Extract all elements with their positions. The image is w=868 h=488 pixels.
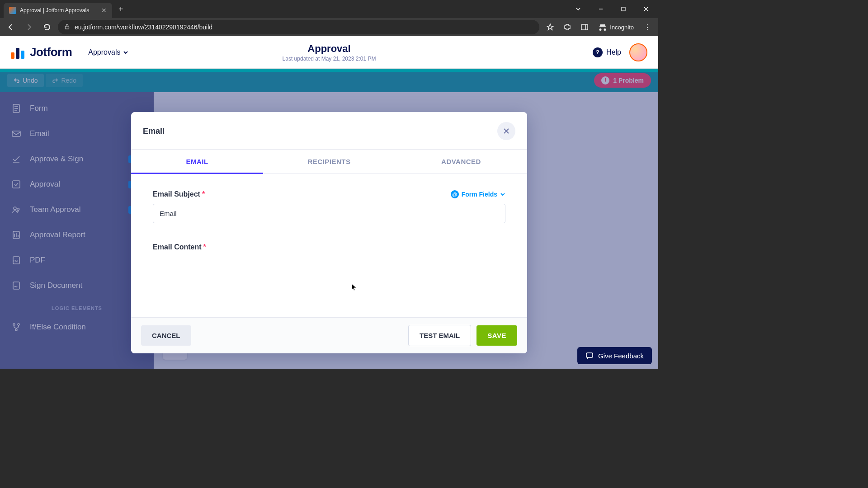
cancel-button[interactable]: CANCEL bbox=[141, 325, 191, 346]
brand-name: Jotform bbox=[30, 45, 72, 59]
help-icon: ? bbox=[593, 47, 603, 57]
tab-title: Approval | Jotform Approvals bbox=[20, 7, 98, 14]
feedback-icon bbox=[585, 352, 594, 360]
required-indicator: * bbox=[203, 243, 206, 251]
browser-tab-active[interactable]: Approval | Jotform Approvals ✕ bbox=[4, 3, 112, 18]
give-feedback-button[interactable]: Give Feedback bbox=[577, 347, 652, 364]
back-button[interactable] bbox=[4, 20, 18, 34]
url-text: eu.jotform.com/workflow/231402290192446/… bbox=[75, 23, 212, 31]
chevron-down-icon bbox=[500, 192, 505, 197]
svg-rect-27 bbox=[586, 353, 593, 357]
bookmark-icon[interactable] bbox=[543, 20, 557, 34]
brand-logo[interactable]: Jotform bbox=[11, 45, 72, 59]
close-tab-icon[interactable]: ✕ bbox=[101, 7, 107, 14]
last-updated-text: Last updated at May 21, 2023 2:01 PM bbox=[283, 56, 376, 62]
logo-icon bbox=[11, 46, 25, 59]
tab-search-icon[interactable] bbox=[568, 2, 589, 16]
page-title: Approval bbox=[283, 43, 376, 55]
product-label: Approvals bbox=[88, 48, 120, 56]
svg-rect-4 bbox=[66, 26, 69, 29]
subject-field-label: Email Subject bbox=[153, 190, 200, 198]
form-fields-label: Form Fields bbox=[462, 191, 497, 198]
incognito-label: Incognito bbox=[610, 24, 634, 31]
feedback-label: Give Feedback bbox=[598, 352, 644, 360]
link-icon: @ bbox=[451, 190, 459, 198]
product-dropdown[interactable]: Approvals bbox=[88, 48, 128, 56]
form-fields-dropdown[interactable]: @ Form Fields bbox=[451, 190, 505, 198]
tab-advanced[interactable]: ADVANCED bbox=[395, 150, 527, 174]
test-email-button[interactable]: TEST EMAIL bbox=[408, 325, 471, 346]
email-settings-modal: Email EMAIL RECIPIENTS ADVANCED Email Su… bbox=[131, 112, 527, 353]
close-window-icon[interactable] bbox=[636, 2, 656, 16]
save-button[interactable]: SAVE bbox=[476, 325, 517, 346]
maximize-icon[interactable] bbox=[613, 2, 634, 16]
app-header: Jotform Approvals Approval Last updated … bbox=[0, 36, 658, 69]
incognito-indicator[interactable]: Incognito bbox=[594, 21, 637, 33]
address-bar[interactable]: eu.jotform.com/workflow/231402290192446/… bbox=[58, 20, 539, 34]
help-label: Help bbox=[606, 48, 621, 56]
tab-recipients[interactable]: RECIPIENTS bbox=[263, 150, 395, 174]
required-indicator: * bbox=[202, 190, 205, 198]
lock-icon bbox=[64, 23, 70, 31]
modal-tabs: EMAIL RECIPIENTS ADVANCED bbox=[131, 149, 527, 174]
browser-toolbar: eu.jotform.com/workflow/231402290192446/… bbox=[0, 18, 658, 36]
browser-menu-icon[interactable]: ⋮ bbox=[640, 23, 655, 32]
email-subject-input[interactable] bbox=[153, 204, 505, 223]
sidepanel-icon[interactable] bbox=[577, 20, 592, 34]
content-field-label: Email Content bbox=[153, 243, 202, 251]
chevron-down-icon bbox=[123, 50, 128, 55]
favicon-icon bbox=[9, 7, 16, 14]
incognito-icon bbox=[598, 23, 607, 32]
svg-rect-5 bbox=[581, 24, 588, 30]
extensions-icon[interactable] bbox=[560, 20, 575, 34]
app-viewport: Jotform Approvals Approval Last updated … bbox=[0, 36, 658, 369]
close-modal-button[interactable] bbox=[497, 122, 515, 140]
close-icon bbox=[503, 127, 510, 135]
minimize-icon[interactable] bbox=[590, 2, 611, 16]
tab-email[interactable]: EMAIL bbox=[131, 150, 263, 174]
browser-tab-strip: Approval | Jotform Approvals ✕ + bbox=[0, 0, 658, 18]
modal-title: Email bbox=[143, 127, 165, 136]
avatar[interactable] bbox=[629, 43, 647, 61]
new-tab-button[interactable]: + bbox=[112, 5, 130, 14]
forward-button bbox=[22, 20, 36, 34]
reload-button[interactable] bbox=[40, 20, 54, 34]
help-button[interactable]: ? Help bbox=[593, 47, 621, 57]
email-content-editor[interactable] bbox=[153, 257, 505, 306]
svg-rect-1 bbox=[622, 7, 625, 11]
